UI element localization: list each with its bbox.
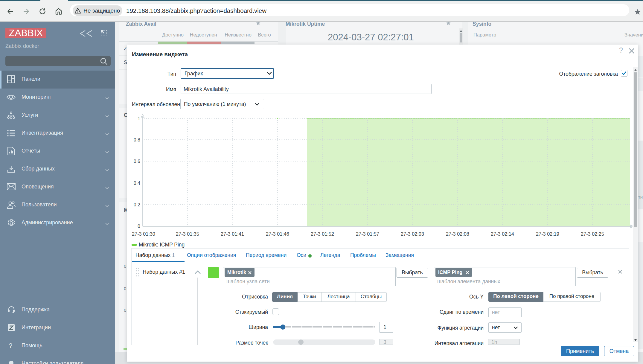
svg-text:27-3 01:52: 27-3 01:52 xyxy=(311,231,334,237)
svg-text:27-3 02:14: 27-3 02:14 xyxy=(491,231,514,237)
svg-text:0.6: 0.6 xyxy=(134,159,140,164)
svg-text:27-3 02:08: 27-3 02:08 xyxy=(446,231,469,237)
svg-text:Mikrotik: ICMP Ping: Mikrotik: ICMP Ping xyxy=(139,242,185,248)
svg-text:27-3 02:19: 27-3 02:19 xyxy=(536,231,559,237)
svg-text:27-3 01:41: 27-3 01:41 xyxy=(221,231,244,237)
svg-text:27-3 01:57: 27-3 01:57 xyxy=(356,231,379,237)
svg-text:27-3 01:46: 27-3 01:46 xyxy=(266,231,289,237)
svg-text:27-3 02:03: 27-3 02:03 xyxy=(401,231,424,237)
svg-text:0.2: 0.2 xyxy=(134,202,140,207)
svg-text:27-3 01:30: 27-3 01:30 xyxy=(132,231,155,237)
svg-text:1: 1 xyxy=(138,116,140,121)
svg-text:0: 0 xyxy=(138,224,140,229)
svg-text:0.4: 0.4 xyxy=(134,181,140,186)
svg-text:0.8: 0.8 xyxy=(134,137,140,142)
svg-text:27-3 02:25: 27-3 02:25 xyxy=(581,231,604,237)
svg-text:27-3 01:35: 27-3 01:35 xyxy=(176,231,199,237)
